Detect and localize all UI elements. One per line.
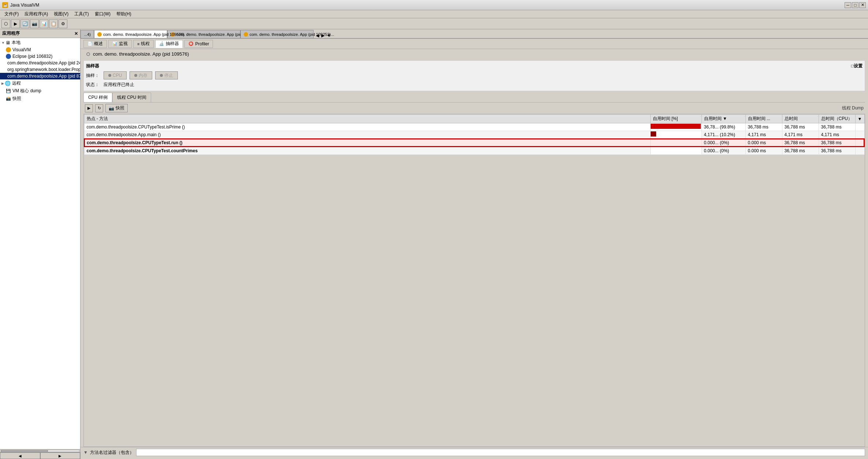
table-row[interactable]: com.demo.threadpoolsize.CPUTypeTest.run … <box>84 139 864 147</box>
sidebar-item-app-24116[interactable]: com.demo.threadpoolsize.App (pid 24116) <box>0 60 80 66</box>
status-value: 应用程序已终止 <box>104 82 134 88</box>
app-icon-visualvm <box>6 47 11 52</box>
sidebar-close-button[interactable]: ✕ <box>74 31 78 36</box>
col-self-pct-bar[interactable]: 自用时间 [%] <box>650 115 701 123</box>
self-time-ms-3: 0.000 ms <box>745 147 782 155</box>
sidebar-nav-right[interactable]: ▶ <box>40 452 81 459</box>
sidebar-item-snapshot[interactable]: 📸 快照 <box>0 95 80 102</box>
title-bar-left: ☕ Java VisualVM <box>2 2 39 8</box>
overview-icon: 📄 <box>87 41 93 46</box>
stop-btn-indicator <box>160 74 163 77</box>
col-self-time[interactable]: 自用时间 ▼ <box>701 115 745 123</box>
title-bar-controls[interactable]: ─ □ ✕ <box>845 2 866 8</box>
self-time-pct-1: 4,171... (10.2%) <box>701 131 745 139</box>
toolbar-btn-5[interactable]: 📊 <box>40 19 48 28</box>
close-button[interactable]: ✕ <box>859 2 866 8</box>
scroll-thumb[interactable] <box>1 450 48 452</box>
process-title-text: com. demo. threadpoolsize. App (pid 1095… <box>93 51 189 57</box>
bar-cell-3 <box>650 147 701 155</box>
col-self-time-ellipsis[interactable]: 自用时间 ... <box>745 115 782 123</box>
tab-109576[interactable]: com. demo. threadpoolsize. App (pid 1095… <box>94 30 167 38</box>
menu-window[interactable]: 窗口(W) <box>92 10 113 18</box>
sidebar-item-remote[interactable]: ▶ 🌐 远程 <box>0 79 80 87</box>
sidebar-item-local[interactable]: ▼ 🖥 本地 <box>0 39 80 46</box>
sampler-title: 抽样器 <box>86 63 99 69</box>
minimize-button[interactable]: ─ <box>845 2 851 8</box>
sidebar-item-vm-dump[interactable]: 💾 VM 核心 dump <box>0 87 80 95</box>
toolbar-btn-3[interactable]: 🔄 <box>20 19 29 28</box>
bar-cell-0 <box>650 123 701 131</box>
extra-1 <box>855 131 864 139</box>
sidebar-header: 应用程序 ✕ <box>0 29 80 38</box>
table-row[interactable]: com.demo.threadpoolsize.CPUTypeTest.isPr… <box>84 123 864 131</box>
thread-dump-label[interactable]: 线程 Dump <box>842 105 864 111</box>
col-extra: ▼ <box>855 115 864 123</box>
toolbar-btn-2[interactable]: ▶ <box>11 19 20 28</box>
snapshot-label: 快照 <box>116 105 124 111</box>
menu-app[interactable]: 应用程序(A) <box>22 10 51 18</box>
total-time-0: 36,788 ms <box>782 123 819 131</box>
data-toolbar-left: ▶ ↻ 📷 快照 <box>85 104 128 112</box>
sidebar-nav-left[interactable]: ◀ <box>0 452 40 459</box>
stop-button[interactable]: 停止 <box>155 71 178 79</box>
toolbar-btn-6[interactable]: 📋 <box>49 19 58 28</box>
tab-nav-left[interactable]: ◀ <box>315 33 320 38</box>
memory-sample-button[interactable]: 内存 <box>130 71 152 79</box>
tab-nav: ◀ ▶ ▼ <box>314 33 333 38</box>
method-cell: com.demo.threadpoolsize.CPUTypeTest.isPr… <box>84 123 650 131</box>
table-container[interactable]: 热点 - 方法 自用时间 [%] 自用时间 ▼ 自用时间 ... <box>83 114 865 447</box>
sidebar-scrollbar[interactable] <box>0 449 80 452</box>
tab-109252-icon <box>244 32 248 37</box>
cpu-tab-samples[interactable]: CPU 样例 <box>83 93 112 102</box>
filter-input[interactable] <box>136 449 865 456</box>
sampler-controls: 抽样： CPU 内存 停止 <box>86 71 863 79</box>
sidebar-item-eclipse[interactable]: Eclipse (pid 106832) <box>0 53 80 60</box>
process-title-row: com. demo. threadpoolsize. App (pid 1095… <box>81 49 868 59</box>
col-total-time-cpu[interactable]: 总时间（CPU） <box>819 115 855 123</box>
tab-109576-close[interactable]: ✕ <box>186 32 190 36</box>
sidebar-tree: ▼ 🖥 本地 VisualVM Eclipse (pid 106832) com… <box>0 38 80 449</box>
toolbar-btn-1[interactable]: ⬡ <box>1 19 10 28</box>
cpu-btn-label: CPU <box>113 73 122 78</box>
method-cell: com.demo.threadpoolsize.App.main () <box>84 131 650 139</box>
total-time-2: 36,788 ms <box>782 139 819 147</box>
snapshot-icon-small: 📷 <box>109 106 114 111</box>
tab-109252[interactable]: com. demo. threadpoolsize. App (pid 1092… <box>240 30 314 38</box>
tab-4[interactable]: ...4) <box>81 30 94 38</box>
menu-help[interactable]: 帮助(H) <box>113 10 134 18</box>
sub-tab-threads[interactable]: ≡ 线程 <box>133 40 154 48</box>
menu-view[interactable]: 视图(V) <box>51 10 71 18</box>
threads-icon: ≡ <box>137 42 139 46</box>
sampler-icon: 🔬 <box>159 41 164 46</box>
cpu-sample-button[interactable]: CPU <box>104 71 127 79</box>
play-button[interactable]: ▶ <box>85 104 93 112</box>
self-time-pct-0: 36,78... (99.8%) <box>701 123 745 131</box>
tab-nav-right[interactable]: ▶ <box>321 33 325 38</box>
col-method[interactable]: 热点 - 方法 <box>84 115 650 123</box>
snapshot-button[interactable]: 📷 快照 <box>105 104 128 112</box>
col-total-time[interactable]: 总时间 <box>782 115 819 123</box>
toolbar-btn-4[interactable]: 📷 <box>30 19 39 28</box>
self-time-pct-2: 0.000... (0%) <box>701 139 745 147</box>
sidebar: 应用程序 ✕ ▼ 🖥 本地 VisualVM Eclipse (pid 1068… <box>0 29 81 459</box>
sub-tab-overview[interactable]: 📄 概述 <box>83 40 107 48</box>
cpu-tab-thread-time[interactable]: 线程 CPU 时间 <box>112 93 151 102</box>
sidebar-item-app-87872[interactable]: com.demo.threadpoolsize.App (pid 87872) <box>0 73 80 79</box>
sidebar-item-springboot[interactable]: org.springframework.boot.loader.Properti… <box>0 66 80 73</box>
method-cell: com.demo.threadpoolsize.CPUTypeTest.coun… <box>84 147 650 155</box>
memory-btn-indicator <box>134 74 137 77</box>
sub-tab-sampler[interactable]: 🔬 抽样器 <box>155 40 183 48</box>
sub-tab-monitor[interactable]: 📊 监视 <box>108 40 132 48</box>
sub-tab-profiler[interactable]: ⭕ Profiler <box>184 40 213 48</box>
table-row[interactable]: com.demo.threadpoolsize.App.main () 4,17… <box>84 131 864 139</box>
scroll-track[interactable] <box>1 450 79 452</box>
sidebar-item-visualvm[interactable]: VisualVM <box>0 46 80 53</box>
menu-tools[interactable]: 工具(T) <box>71 10 91 18</box>
tab-nav-down[interactable]: ▼ <box>326 33 332 38</box>
maximize-button[interactable]: □ <box>852 2 858 8</box>
menu-file[interactable]: 文件(F) <box>1 10 22 18</box>
settings-checkbox[interactable]: □设置 <box>851 63 863 69</box>
toolbar-btn-7[interactable]: ⚙ <box>59 19 67 28</box>
refresh-button[interactable]: ↻ <box>95 104 103 112</box>
table-row[interactable]: com.demo.threadpoolsize.CPUTypeTest.coun… <box>84 147 864 155</box>
